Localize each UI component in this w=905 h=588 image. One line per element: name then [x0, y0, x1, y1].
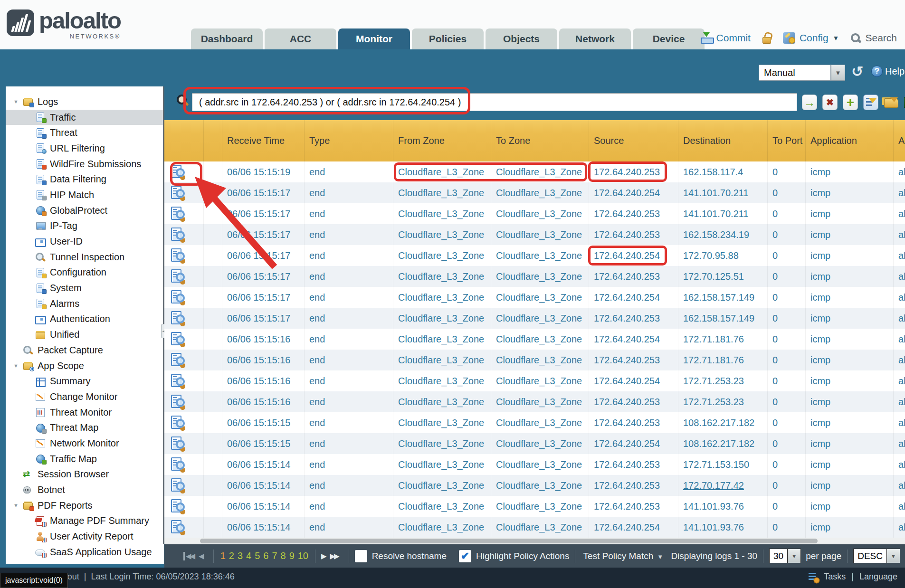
apply-filter-icon[interactable]: → [802, 95, 817, 110]
log-detail-icon[interactable] [171, 248, 185, 263]
page-number-5[interactable]: 5 [255, 550, 260, 561]
tab-device[interactable]: Device [633, 28, 705, 49]
sort-order-select[interactable]: DESC ▼ [853, 549, 900, 563]
column-header-blank[interactable] [164, 120, 204, 161]
destination-cell[interactable]: 172.70.125.51 [678, 266, 768, 287]
test-policy-match-button[interactable]: Test Policy Match▼ [583, 551, 663, 561]
destination-cell[interactable]: 141.101.93.76 [678, 496, 768, 517]
destination-cell[interactable]: 162.158.157.149 [678, 287, 768, 308]
sidebar-item-unified[interactable]: Unified [6, 327, 164, 342]
column-header-source[interactable]: Source [589, 120, 678, 161]
column-header-application[interactable]: Application [806, 120, 894, 161]
source-cell[interactable]: 172.64.240.253 [589, 224, 678, 245]
column-header-from-zone[interactable]: From Zone [393, 120, 491, 161]
column-header-receive-time[interactable]: Receive Time [222, 120, 305, 161]
tasks-link[interactable]: Tasks [824, 572, 846, 582]
sidebar-item-user-id[interactable]: User-ID [6, 234, 164, 249]
log-detail-icon[interactable] [171, 352, 185, 368]
column-header-destination[interactable]: Destination [678, 120, 768, 161]
source-cell[interactable]: 172.64.240.253 [589, 308, 678, 329]
column-header-blank[interactable] [204, 120, 222, 161]
column-header-to-port[interactable]: To Port [768, 120, 806, 161]
log-detail-icon[interactable] [171, 311, 185, 326]
sidebar-item-traffic-map[interactable]: Traffic Map [6, 451, 164, 467]
sidebar-item-app-scope[interactable]: ▼App Scope [6, 358, 164, 374]
lock-icon[interactable] [762, 32, 772, 44]
sidebar-item-data-filtering[interactable]: Data Filtering [6, 171, 164, 187]
source-cell[interactable]: 172.64.240.254 [589, 433, 678, 454]
log-detail-icon[interactable] [171, 373, 185, 389]
source-cell[interactable]: 172.64.240.253 [589, 454, 678, 475]
sidebar-item-wildfire-submissions[interactable]: WildFire Submissions [6, 156, 164, 172]
sidebar-item-system[interactable]: System [6, 280, 164, 296]
refresh-mode-select[interactable]: Manual [759, 65, 831, 81]
sidebar-item-summary[interactable]: Summary [6, 373, 164, 389]
commit-link[interactable]: Commit [716, 32, 751, 44]
sidebar-item-globalprotect[interactable]: GlobalProtect [6, 203, 164, 218]
tab-network[interactable]: Network [559, 28, 631, 49]
page-number-7[interactable]: 7 [272, 550, 277, 561]
log-filter-input[interactable] [192, 93, 797, 111]
sidebar-item-manage-pdf-summary[interactable]: Manage PDF Summary [6, 513, 164, 529]
log-detail-icon[interactable] [171, 499, 185, 514]
horizontal-scrollbar-thumb[interactable] [200, 539, 818, 543]
source-cell[interactable]: 172.64.240.254 [589, 182, 678, 203]
help-icon[interactable]: ? [871, 66, 883, 77]
sidebar-item-change-monitor[interactable]: Change Monitor [6, 389, 164, 405]
log-detail-icon[interactable] [171, 478, 185, 493]
log-detail-icon[interactable] [171, 185, 185, 200]
log-detail-icon[interactable] [171, 332, 185, 347]
destination-cell[interactable]: 162.158.117.4 [678, 161, 768, 182]
first-page-icon[interactable]: ◀◀ [183, 552, 194, 560]
expand-triangle-icon[interactable]: ▼ [13, 363, 23, 369]
per-page-select[interactable]: 30 ▼ [769, 549, 801, 563]
horizontal-scrollbar[interactable] [164, 538, 905, 544]
log-detail-icon[interactable] [171, 227, 185, 242]
column-header-type[interactable]: Type [305, 120, 393, 161]
source-cell[interactable]: 172.64.240.254 [589, 329, 678, 350]
column-header-action[interactable]: Action [894, 120, 905, 161]
destination-cell[interactable]: 172.70.177.42 [678, 475, 768, 496]
source-cell[interactable]: 172.64.240.254 [589, 370, 678, 391]
source-cell[interactable]: 172.64.240.254 [589, 245, 678, 266]
page-number-3[interactable]: 3 [238, 550, 243, 561]
destination-cell[interactable]: 141.101.93.76 [678, 517, 768, 538]
source-cell[interactable]: 172.64.240.253 [589, 391, 678, 412]
load-filter-icon[interactable] [884, 95, 899, 110]
tab-dashboard[interactable]: Dashboard [191, 28, 263, 49]
sidebar-item-saas-application-usage[interactable]: SaaS Application Usage [6, 544, 164, 560]
sidebar-item-threat-map[interactable]: Threat Map [6, 420, 164, 436]
page-number-4[interactable]: 4 [246, 550, 251, 561]
column-header-to-zone[interactable]: To Zone [491, 120, 589, 161]
sidebar-item-network-monitor[interactable]: Network Monitor [6, 436, 164, 451]
sidebar-item-logs[interactable]: ▼Logs [6, 94, 164, 110]
sidebar-item-threat-monitor[interactable]: Threat Monitor [6, 405, 164, 420]
page-number-10[interactable]: 10 [298, 550, 308, 561]
source-cell[interactable]: 172.64.240.253 [589, 496, 678, 517]
page-number-1[interactable]: 1 [220, 550, 226, 561]
last-page-icon[interactable]: ▶▶ [330, 552, 338, 560]
sidebar-item-authentication[interactable]: Authentication [6, 312, 164, 327]
refresh-mode-dropdown-arrow-icon[interactable]: ▼ [831, 65, 845, 81]
destination-cell[interactable]: 162.158.157.149 [678, 308, 768, 329]
sidebar-item-traffic[interactable]: Traffic [6, 110, 164, 125]
sidebar-item-threat[interactable]: Threat [6, 125, 164, 141]
expand-triangle-icon[interactable]: ▼ [13, 99, 23, 104]
page-number-8[interactable]: 8 [281, 550, 286, 561]
tab-acc[interactable]: ACC [265, 28, 336, 49]
destination-cell[interactable]: 162.158.234.19 [678, 224, 768, 245]
sidebar-item-url-filtering[interactable]: URL Filtering [6, 141, 164, 156]
destination-cell[interactable]: 108.162.217.182 [678, 433, 768, 454]
log-detail-icon[interactable] [171, 394, 185, 409]
destination-cell[interactable]: 172.71.253.23 [678, 391, 768, 412]
sidebar-item-botnet[interactable]: Botnet [6, 482, 164, 498]
log-detail-icon[interactable] [171, 164, 185, 180]
sidebar-item-alarms[interactable]: Alarms [6, 296, 164, 312]
sidebar-item-packet-capture[interactable]: Packet Capture [6, 342, 164, 358]
source-cell[interactable]: 172.64.240.253 [589, 203, 678, 224]
tab-objects[interactable]: Objects [486, 28, 557, 49]
config-link[interactable]: Config [800, 32, 829, 44]
search-link[interactable]: Search [865, 32, 897, 44]
expand-triangle-icon[interactable]: ▼ [13, 503, 23, 508]
destination-cell[interactable]: 172.70.95.88 [678, 245, 768, 266]
